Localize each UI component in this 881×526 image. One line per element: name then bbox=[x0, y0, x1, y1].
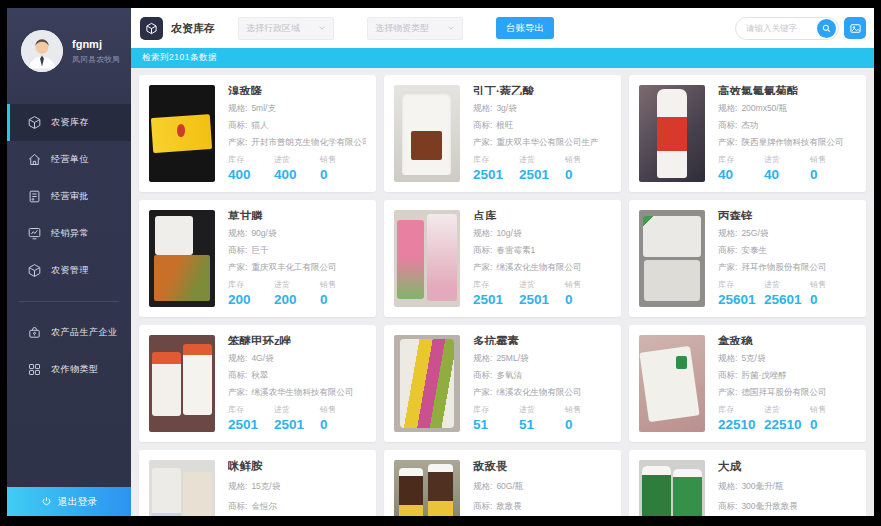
image-icon bbox=[849, 22, 862, 35]
product-card[interactable]: 高效氯氟氰菊酯 规格:200mx50/瓶 商标:杰功 产家:陕西皇牌作物科技有限… bbox=[629, 75, 866, 192]
sale-stat: 销售0 bbox=[320, 404, 336, 432]
product-card[interactable]: 多抗霉素 规格:25ML/袋 商标:多氧清 产家:绵溪农化生物有限公司 库存51… bbox=[384, 325, 621, 442]
sale-stat: 销售0 bbox=[320, 154, 336, 182]
product-spec: 规格:200mx50/瓶 bbox=[718, 103, 856, 112]
product-stats: 库存2501 进货2501 销售0 bbox=[228, 404, 366, 432]
sidebar-item-inventory[interactable]: 农资库存 bbox=[7, 104, 131, 141]
sidebar-item-approval[interactable]: 经营审批 bbox=[7, 178, 131, 215]
sidebar-item-label: 经销异常 bbox=[51, 227, 89, 240]
product-producer: 产家:绵溪农华生物科技有限公司 bbox=[228, 387, 366, 396]
result-bar: 检索到2101条数据 bbox=[131, 48, 874, 68]
product-spec: 规格:60G/瓶 bbox=[473, 481, 611, 493]
sale-stat: 销售0 bbox=[320, 279, 336, 307]
purchase-stat: 进货40 bbox=[764, 154, 810, 182]
image-export-button[interactable] bbox=[844, 17, 866, 39]
product-brand: 商标:敌敌畏 bbox=[473, 501, 611, 513]
product-image bbox=[639, 210, 705, 307]
product-card[interactable]: 溴敌隆 规格:5ml/支 商标:猫人 产家:开封市普朗克生物化学有限公司 库存4… bbox=[139, 75, 376, 192]
purchase-stat: 进货51 bbox=[519, 404, 565, 432]
product-spec: 规格:25G/袋 bbox=[718, 228, 856, 237]
document-icon bbox=[27, 189, 42, 204]
grid-icon bbox=[27, 362, 42, 377]
sidebar-item-label: 农作物类型 bbox=[51, 363, 99, 376]
product-stats: 库存200 进货200 销售0 bbox=[228, 279, 366, 307]
product-producer: 产家:重庆双丰化工有限公司 bbox=[228, 262, 366, 271]
chevron-down-icon bbox=[318, 24, 326, 32]
product-spec: 规格:5ml/支 bbox=[228, 103, 366, 112]
sale-stat: 销售0 bbox=[810, 279, 826, 307]
product-title: 高效氯氟氰菊酯 bbox=[718, 85, 856, 95]
product-card[interactable]: 拿敌稳 规格:5克/袋 商标:肟菌·戊唑醇 产家:德国拜耳股份有限公司 库存22… bbox=[629, 325, 866, 442]
stock-stat: 库存2501 bbox=[473, 279, 519, 307]
avatar bbox=[21, 30, 63, 72]
product-brand: 商标:根旺 bbox=[473, 120, 611, 129]
sidebar-item-material-management[interactable]: 农资管理 bbox=[7, 252, 131, 289]
sale-stat: 销售0 bbox=[565, 154, 581, 182]
product-card[interactable]: 笨醚甲环z唑 规格:4G/袋 商标:秋翠 产家:绵溪农华生物科技有限公司 库存2… bbox=[139, 325, 376, 442]
product-card[interactable]: 咪鲜胺 规格:15克/袋 商标:金恒尔 产家:绵溪农华生物科技有限公司 库存 进… bbox=[139, 450, 376, 516]
product-stats: 库存40 进货40 销售0 bbox=[718, 154, 856, 182]
product-card-grid: 溴敌隆 规格:5ml/支 商标:猫人 产家:开封市普朗克生物化学有限公司 库存4… bbox=[131, 68, 874, 516]
product-card[interactable]: 丙森锌 规格:25G/袋 商标:安泰生 产家:拜耳作物股份有限公司 库存2560… bbox=[629, 200, 866, 317]
sidebar-item-business-unit[interactable]: 经营单位 bbox=[7, 141, 131, 178]
purchase-stat: 进货2501 bbox=[274, 404, 320, 432]
page-title: 农资库存 bbox=[171, 21, 215, 36]
product-stats: 库存400 进货400 销售0 bbox=[228, 154, 366, 182]
keyword-search-input[interactable] bbox=[746, 23, 808, 33]
product-spec: 规格:90g/袋 bbox=[228, 228, 366, 237]
search-icon bbox=[821, 23, 832, 34]
product-title: 草甘膦 bbox=[228, 210, 366, 220]
product-title: 大成 bbox=[718, 460, 856, 473]
product-title: 多抗霉素 bbox=[473, 335, 611, 345]
username: fgnmj bbox=[72, 38, 120, 50]
purchase-stat: 进货2501 bbox=[519, 279, 565, 307]
cube-icon bbox=[140, 17, 163, 40]
product-brand: 商标:金恒尔 bbox=[228, 501, 366, 513]
product-brand: 商标:多氧清 bbox=[473, 370, 611, 379]
product-image bbox=[394, 85, 460, 182]
sidebar-item-label: 农资库存 bbox=[51, 116, 89, 129]
top-bar: 农资库存 选择行政区域 选择物资类型 台账导出 bbox=[131, 8, 874, 48]
product-card[interactable]: 草甘膦 规格:90g/袋 商标:巨千 产家:重庆双丰化工有限公司 库存200 进… bbox=[139, 200, 376, 317]
product-spec: 规格:10g/袋 bbox=[473, 228, 611, 237]
sidebar-item-abnormal[interactable]: 经销异常 bbox=[7, 215, 131, 252]
product-producer: 产家:绵溪农化生物有限公司 bbox=[473, 387, 611, 396]
stock-stat: 库存40 bbox=[718, 154, 764, 182]
product-brand: 商标:肟菌·戊唑醇 bbox=[718, 370, 856, 379]
app-window: fgnmj 凤冈县农牧局 农资库存 经营单位 经营审批 经销异常 bbox=[7, 8, 874, 516]
product-card[interactable]: 大成 规格:300毫升/瓶 商标:300毫升敌敌畏 产家:山东大成生物有限公司 … bbox=[629, 450, 866, 516]
product-producer: 产家:开封市普朗克生物化学有限公司 bbox=[228, 137, 366, 146]
purchase-stat: 进货400 bbox=[274, 154, 320, 182]
product-brand: 商标:秋翠 bbox=[228, 370, 366, 379]
search-button[interactable] bbox=[817, 19, 836, 38]
ledger-export-button[interactable]: 台账导出 bbox=[496, 17, 554, 39]
product-stats: 库存2501 进货2501 销售0 bbox=[473, 154, 611, 182]
product-spec: 规格:5克/袋 bbox=[718, 353, 856, 362]
sidebar-divider bbox=[19, 301, 119, 302]
logout-button[interactable]: 退出登录 bbox=[7, 487, 131, 516]
product-card[interactable]: 点库 规格:10g/袋 商标:春雷霉素1 产家:绵溪农化生物有限公司 库存250… bbox=[384, 200, 621, 317]
purchase-stat: 进货25601 bbox=[764, 279, 810, 307]
sidebar-menu: 农资库存 经营单位 经营审批 经销异常 农资管理 农产品生产企业 bbox=[7, 104, 131, 388]
product-image bbox=[394, 460, 460, 516]
sidebar-item-producer-enterprise[interactable]: 农产品生产企业 bbox=[7, 314, 131, 351]
product-image bbox=[639, 460, 705, 516]
stock-stat: 库存2501 bbox=[228, 404, 274, 432]
sidebar-item-crop-type[interactable]: 农作物类型 bbox=[7, 351, 131, 388]
product-card[interactable]: 敌敌畏 规格:60G/瓶 商标:敌敌畏 产家:山东大成生物有限公司 库存 进货 … bbox=[384, 450, 621, 516]
purchase-stat: 进货22510 bbox=[764, 404, 810, 432]
product-producer: 产家:拜耳作物股份有限公司 bbox=[718, 262, 856, 271]
cube-icon bbox=[27, 115, 42, 130]
product-title: 敌敌畏 bbox=[473, 460, 611, 473]
product-title: 点库 bbox=[473, 210, 611, 220]
product-stats: 库存25601 进货25601 销售0 bbox=[718, 279, 856, 307]
product-image bbox=[394, 210, 460, 307]
product-title: 笨醚甲环z唑 bbox=[228, 335, 366, 345]
product-stats: 库存22510 进货22510 销售0 bbox=[718, 404, 856, 432]
product-stats: 库存51 进货51 销售0 bbox=[473, 404, 611, 432]
region-select[interactable]: 选择行政区域 bbox=[238, 17, 334, 40]
material-type-select[interactable]: 选择物资类型 bbox=[367, 17, 463, 40]
product-card[interactable]: 引丁·萘乙酸 规格:3g/袋 商标:根旺 产家:重庆双丰华公有限公司生产 库存2… bbox=[384, 75, 621, 192]
main-panel: 农资库存 选择行政区域 选择物资类型 台账导出 bbox=[131, 8, 874, 516]
product-image bbox=[394, 335, 460, 432]
